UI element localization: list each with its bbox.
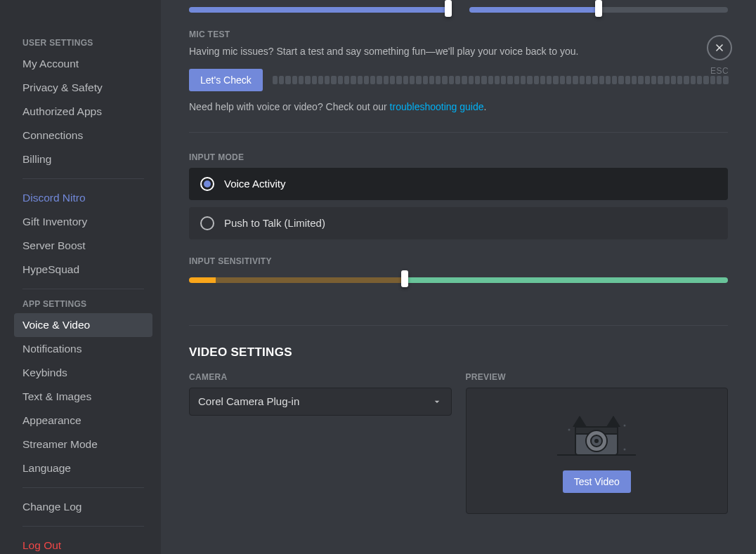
sidebar-divider bbox=[22, 289, 144, 289]
sidebar-divider bbox=[22, 526, 144, 527]
settings-content: MIC TEST Having mic issues? Start a test… bbox=[161, 0, 756, 554]
help-suffix: . bbox=[484, 101, 487, 112]
camera-label: CAMERA bbox=[189, 372, 452, 382]
input-mode-label: INPUT MODE bbox=[189, 152, 728, 162]
radio-label: Voice Activity bbox=[224, 178, 286, 190]
svg-point-6 bbox=[568, 428, 571, 430]
sidebar-divider bbox=[22, 487, 144, 488]
mic-test-label: MIC TEST bbox=[189, 29, 728, 39]
sidebar-item-gift-inventory[interactable]: Gift Inventory bbox=[14, 210, 152, 234]
radio-icon bbox=[200, 216, 214, 230]
sidebar-item-streamer-mode[interactable]: Streamer Mode bbox=[14, 433, 152, 456]
radio-label: Push to Talk (Limited) bbox=[224, 217, 325, 229]
sidebar-item-keybinds[interactable]: Keybinds bbox=[14, 361, 152, 385]
user-settings-header: USER SETTINGS bbox=[22, 38, 145, 48]
sidebar-item-notifications[interactable]: Notifications bbox=[14, 337, 152, 361]
lets-check-button[interactable]: Let's Check bbox=[189, 69, 263, 91]
radio-icon bbox=[200, 177, 214, 191]
preview-label: PREVIEW bbox=[466, 372, 729, 382]
input-mode-voice-activity[interactable]: Voice Activity bbox=[189, 168, 728, 200]
svg-point-8 bbox=[624, 448, 626, 450]
sidebar-item-connections[interactable]: Connections bbox=[14, 124, 152, 147]
sidebar-item-server-boost[interactable]: Server Boost bbox=[14, 234, 152, 258]
sidebar-item-log-out[interactable]: Log Out bbox=[14, 534, 152, 554]
app-settings-header: APP SETTINGS bbox=[22, 299, 145, 309]
sidebar-divider bbox=[22, 178, 144, 179]
test-video-button[interactable]: Test Video bbox=[563, 470, 631, 493]
input-sensitivity-label: INPUT SENSITIVITY bbox=[189, 256, 728, 266]
sidebar-item-discord-nitro[interactable]: Discord Nitro bbox=[14, 186, 152, 210]
svg-point-5 bbox=[594, 439, 599, 443]
troubleshooting-link[interactable]: troubleshooting guide bbox=[390, 101, 484, 112]
svg-point-7 bbox=[624, 424, 626, 426]
help-prefix: Need help with voice or video? Check out… bbox=[189, 101, 390, 112]
sidebar-item-appearance[interactable]: Appearance bbox=[14, 409, 152, 433]
esc-label: ESC bbox=[710, 66, 729, 76]
input-sensitivity-slider[interactable] bbox=[189, 276, 728, 283]
sidebar-item-voice-video[interactable]: Voice & Video bbox=[14, 313, 152, 337]
input-volume-slider[interactable] bbox=[189, 6, 448, 13]
close-panel: ESC bbox=[707, 35, 732, 76]
video-preview: Test Video bbox=[466, 388, 729, 514]
input-mode-push-to-talk[interactable]: Push to Talk (Limited) bbox=[189, 207, 728, 239]
close-icon bbox=[714, 42, 725, 53]
section-divider bbox=[189, 325, 728, 326]
sidebar-item-privacy-safety[interactable]: Privacy & Safety bbox=[14, 76, 152, 100]
volume-slider-row bbox=[189, 6, 728, 13]
camera-illustration-icon bbox=[554, 409, 639, 458]
output-volume-slider[interactable] bbox=[469, 6, 729, 13]
help-text: Need help with voice or video? Check out… bbox=[189, 101, 728, 112]
close-button[interactable] bbox=[707, 35, 732, 60]
mic-test-description: Having mic issues? Start a test and say … bbox=[189, 45, 728, 59]
section-divider bbox=[189, 132, 728, 133]
sidebar-item-language[interactable]: Language bbox=[14, 456, 152, 480]
sidebar-item-text-images[interactable]: Text & Images bbox=[14, 385, 152, 409]
video-settings-heading: VIDEO SETTINGS bbox=[189, 345, 728, 360]
sidebar-item-my-account[interactable]: My Account bbox=[14, 52, 152, 76]
sidebar-item-hypesquad[interactable]: HypeSquad bbox=[14, 258, 152, 282]
settings-sidebar: USER SETTINGS My Account Privacy & Safet… bbox=[0, 0, 161, 554]
sidebar-item-billing[interactable]: Billing bbox=[14, 147, 152, 171]
camera-select[interactable]: Corel Camera Plug-in bbox=[189, 388, 452, 416]
mic-level-meter bbox=[273, 76, 728, 84]
sidebar-item-change-log[interactable]: Change Log bbox=[14, 495, 152, 519]
camera-select-value: Corel Camera Plug-in bbox=[198, 395, 299, 407]
sidebar-item-authorized-apps[interactable]: Authorized Apps bbox=[14, 100, 152, 124]
chevron-down-icon bbox=[431, 396, 443, 407]
